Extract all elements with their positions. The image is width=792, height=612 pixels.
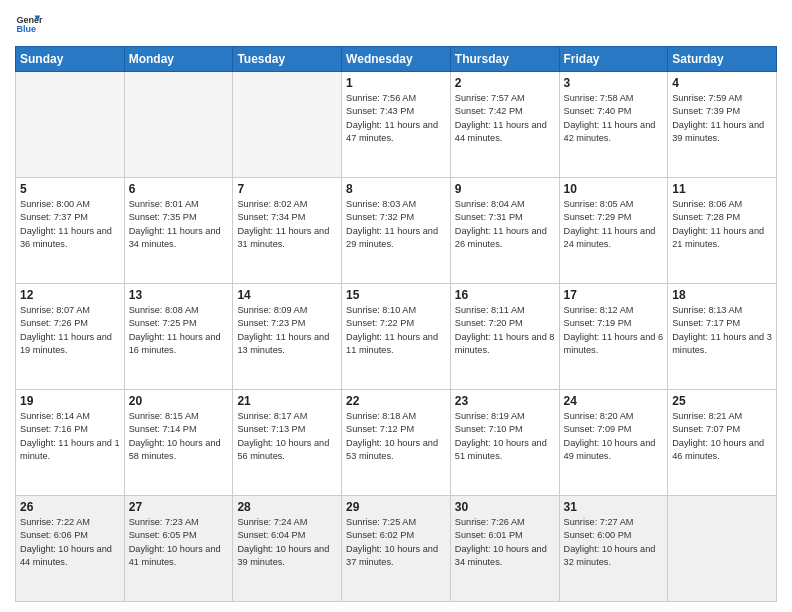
day-number: 9 [455,182,555,196]
day-info: Sunrise: 8:11 AM Sunset: 7:20 PM Dayligh… [455,304,555,357]
day-number: 31 [564,500,664,514]
day-info: Sunrise: 7:59 AM Sunset: 7:39 PM Dayligh… [672,92,772,145]
day-cell: 7Sunrise: 8:02 AM Sunset: 7:34 PM Daylig… [233,178,342,284]
day-info: Sunrise: 8:02 AM Sunset: 7:34 PM Dayligh… [237,198,337,251]
weekday-header-friday: Friday [559,47,668,72]
day-info: Sunrise: 8:09 AM Sunset: 7:23 PM Dayligh… [237,304,337,357]
day-info: Sunrise: 7:56 AM Sunset: 7:43 PM Dayligh… [346,92,446,145]
day-cell: 12Sunrise: 8:07 AM Sunset: 7:26 PM Dayli… [16,284,125,390]
day-number: 10 [564,182,664,196]
day-info: Sunrise: 8:20 AM Sunset: 7:09 PM Dayligh… [564,410,664,463]
day-info: Sunrise: 7:22 AM Sunset: 6:06 PM Dayligh… [20,516,120,569]
day-cell: 18Sunrise: 8:13 AM Sunset: 7:17 PM Dayli… [668,284,777,390]
day-cell: 3Sunrise: 7:58 AM Sunset: 7:40 PM Daylig… [559,72,668,178]
day-number: 30 [455,500,555,514]
day-info: Sunrise: 8:17 AM Sunset: 7:13 PM Dayligh… [237,410,337,463]
day-number: 20 [129,394,229,408]
day-info: Sunrise: 8:14 AM Sunset: 7:16 PM Dayligh… [20,410,120,463]
day-info: Sunrise: 7:58 AM Sunset: 7:40 PM Dayligh… [564,92,664,145]
day-number: 1 [346,76,446,90]
day-info: Sunrise: 7:26 AM Sunset: 6:01 PM Dayligh… [455,516,555,569]
day-cell: 5Sunrise: 8:00 AM Sunset: 7:37 PM Daylig… [16,178,125,284]
day-number: 26 [20,500,120,514]
day-number: 22 [346,394,446,408]
day-number: 7 [237,182,337,196]
day-cell [233,72,342,178]
week-row-1: 1Sunrise: 7:56 AM Sunset: 7:43 PM Daylig… [16,72,777,178]
day-info: Sunrise: 8:04 AM Sunset: 7:31 PM Dayligh… [455,198,555,251]
week-row-3: 12Sunrise: 8:07 AM Sunset: 7:26 PM Dayli… [16,284,777,390]
day-info: Sunrise: 8:00 AM Sunset: 7:37 PM Dayligh… [20,198,120,251]
day-number: 25 [672,394,772,408]
week-row-2: 5Sunrise: 8:00 AM Sunset: 7:37 PM Daylig… [16,178,777,284]
day-cell: 28Sunrise: 7:24 AM Sunset: 6:04 PM Dayli… [233,496,342,602]
day-number: 16 [455,288,555,302]
day-info: Sunrise: 8:06 AM Sunset: 7:28 PM Dayligh… [672,198,772,251]
day-number: 4 [672,76,772,90]
day-info: Sunrise: 8:21 AM Sunset: 7:07 PM Dayligh… [672,410,772,463]
logo: General Blue [15,10,43,38]
day-info: Sunrise: 7:57 AM Sunset: 7:42 PM Dayligh… [455,92,555,145]
day-info: Sunrise: 8:08 AM Sunset: 7:25 PM Dayligh… [129,304,229,357]
day-number: 5 [20,182,120,196]
day-info: Sunrise: 8:10 AM Sunset: 7:22 PM Dayligh… [346,304,446,357]
day-number: 23 [455,394,555,408]
day-cell: 13Sunrise: 8:08 AM Sunset: 7:25 PM Dayli… [124,284,233,390]
day-info: Sunrise: 8:03 AM Sunset: 7:32 PM Dayligh… [346,198,446,251]
day-number: 29 [346,500,446,514]
day-cell: 9Sunrise: 8:04 AM Sunset: 7:31 PM Daylig… [450,178,559,284]
day-info: Sunrise: 8:19 AM Sunset: 7:10 PM Dayligh… [455,410,555,463]
day-info: Sunrise: 8:01 AM Sunset: 7:35 PM Dayligh… [129,198,229,251]
day-cell: 20Sunrise: 8:15 AM Sunset: 7:14 PM Dayli… [124,390,233,496]
day-number: 6 [129,182,229,196]
day-cell: 24Sunrise: 8:20 AM Sunset: 7:09 PM Dayli… [559,390,668,496]
day-cell: 4Sunrise: 7:59 AM Sunset: 7:39 PM Daylig… [668,72,777,178]
day-cell: 10Sunrise: 8:05 AM Sunset: 7:29 PM Dayli… [559,178,668,284]
day-info: Sunrise: 8:18 AM Sunset: 7:12 PM Dayligh… [346,410,446,463]
day-number: 19 [20,394,120,408]
page: General Blue SundayMondayTuesdayWednesda… [0,0,792,612]
day-number: 21 [237,394,337,408]
day-cell: 1Sunrise: 7:56 AM Sunset: 7:43 PM Daylig… [342,72,451,178]
day-number: 13 [129,288,229,302]
day-number: 27 [129,500,229,514]
weekday-header-tuesday: Tuesday [233,47,342,72]
day-cell: 27Sunrise: 7:23 AM Sunset: 6:05 PM Dayli… [124,496,233,602]
day-number: 18 [672,288,772,302]
weekday-header-sunday: Sunday [16,47,125,72]
day-cell: 15Sunrise: 8:10 AM Sunset: 7:22 PM Dayli… [342,284,451,390]
weekday-header-saturday: Saturday [668,47,777,72]
day-cell: 6Sunrise: 8:01 AM Sunset: 7:35 PM Daylig… [124,178,233,284]
day-cell [124,72,233,178]
day-cell: 14Sunrise: 8:09 AM Sunset: 7:23 PM Dayli… [233,284,342,390]
day-cell: 19Sunrise: 8:14 AM Sunset: 7:16 PM Dayli… [16,390,125,496]
day-number: 15 [346,288,446,302]
day-info: Sunrise: 8:05 AM Sunset: 7:29 PM Dayligh… [564,198,664,251]
weekday-header-wednesday: Wednesday [342,47,451,72]
day-number: 24 [564,394,664,408]
day-cell [16,72,125,178]
day-info: Sunrise: 7:25 AM Sunset: 6:02 PM Dayligh… [346,516,446,569]
day-number: 28 [237,500,337,514]
weekday-header-row: SundayMondayTuesdayWednesdayThursdayFrid… [16,47,777,72]
logo-icon: General Blue [15,10,43,38]
day-cell: 17Sunrise: 8:12 AM Sunset: 7:19 PM Dayli… [559,284,668,390]
day-cell: 25Sunrise: 8:21 AM Sunset: 7:07 PM Dayli… [668,390,777,496]
header: General Blue [15,10,777,38]
day-cell: 21Sunrise: 8:17 AM Sunset: 7:13 PM Dayli… [233,390,342,496]
day-number: 11 [672,182,772,196]
day-cell: 16Sunrise: 8:11 AM Sunset: 7:20 PM Dayli… [450,284,559,390]
day-number: 12 [20,288,120,302]
day-cell: 23Sunrise: 8:19 AM Sunset: 7:10 PM Dayli… [450,390,559,496]
day-info: Sunrise: 8:15 AM Sunset: 7:14 PM Dayligh… [129,410,229,463]
weekday-header-monday: Monday [124,47,233,72]
day-cell: 31Sunrise: 7:27 AM Sunset: 6:00 PM Dayli… [559,496,668,602]
calendar-table: SundayMondayTuesdayWednesdayThursdayFrid… [15,46,777,602]
day-cell: 30Sunrise: 7:26 AM Sunset: 6:01 PM Dayli… [450,496,559,602]
day-cell: 11Sunrise: 8:06 AM Sunset: 7:28 PM Dayli… [668,178,777,284]
day-info: Sunrise: 8:13 AM Sunset: 7:17 PM Dayligh… [672,304,772,357]
day-number: 2 [455,76,555,90]
day-cell [668,496,777,602]
day-cell: 2Sunrise: 7:57 AM Sunset: 7:42 PM Daylig… [450,72,559,178]
day-cell: 22Sunrise: 8:18 AM Sunset: 7:12 PM Dayli… [342,390,451,496]
